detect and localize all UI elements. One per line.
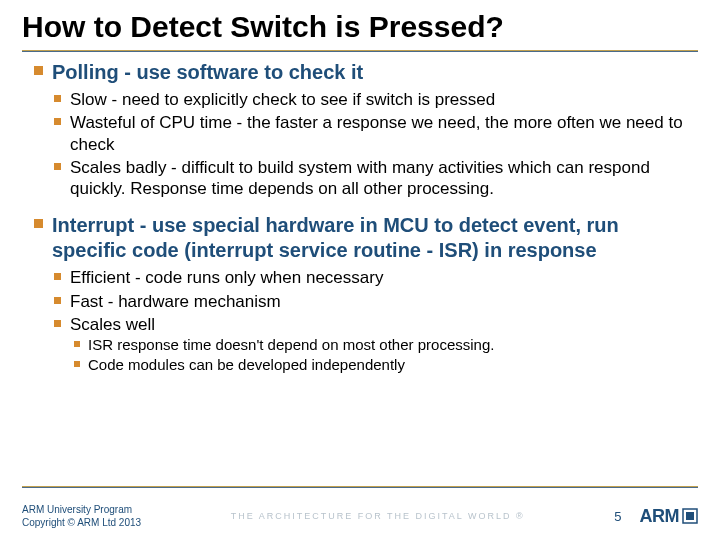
list-item-text: Wasteful of CPU time - the faster a resp… <box>70 112 690 155</box>
list-item: Code modules can be developed independen… <box>30 356 690 375</box>
footer: ARM University Program Copyright © ARM L… <box>0 492 720 540</box>
logo-text: ARM <box>640 506 680 527</box>
section-heading: Polling - use software to check it <box>52 60 690 85</box>
arm-logo: ARM <box>640 506 699 527</box>
list-item-text: Scales well <box>70 314 690 335</box>
bullet-icon <box>54 273 61 280</box>
footer-divider <box>22 486 698 488</box>
footer-left: ARM University Program Copyright © ARM L… <box>22 503 141 529</box>
section-heading: Interrupt - use special hardware in MCU … <box>52 213 690 263</box>
list-item-text: Fast - hardware mechanism <box>70 291 690 312</box>
bullet-icon <box>54 320 61 327</box>
list-item: Scales badly - difficult to build system… <box>30 157 690 200</box>
spacer <box>30 199 690 213</box>
list-item: Slow - need to explicitly check to see i… <box>30 89 690 110</box>
logo-mark-icon <box>682 508 698 524</box>
list-item-text: Slow - need to explicitly check to see i… <box>70 89 690 110</box>
program-name: ARM University Program <box>22 503 141 516</box>
page-number: 5 <box>614 509 621 524</box>
bullet-icon <box>34 219 43 228</box>
list-item: Efficient - code runs only when necessar… <box>30 267 690 288</box>
list-item: Scales well <box>30 314 690 335</box>
list-item-text: Scales badly - difficult to build system… <box>70 157 690 200</box>
bullet-icon <box>54 163 61 170</box>
copyright: Copyright © ARM Ltd 2013 <box>22 516 141 529</box>
section-polling: Polling - use software to check it <box>30 60 690 85</box>
bullet-icon <box>74 341 80 347</box>
svg-rect-1 <box>686 512 694 520</box>
bullet-icon <box>34 66 43 75</box>
title-divider <box>22 50 698 52</box>
bullet-icon <box>74 361 80 367</box>
page-title: How to Detect Switch is Pressed? <box>0 0 720 50</box>
section-interrupt: Interrupt - use special hardware in MCU … <box>30 213 690 263</box>
list-item: Fast - hardware mechanism <box>30 291 690 312</box>
list-item: ISR response time doesn't depend on most… <box>30 336 690 355</box>
bullet-icon <box>54 118 61 125</box>
list-item-text: Code modules can be developed independen… <box>88 356 690 375</box>
list-item-text: ISR response time doesn't depend on most… <box>88 336 690 355</box>
footer-tagline: THE ARCHITECTURE FOR THE DIGITAL WORLD ® <box>141 511 614 521</box>
list-item: Wasteful of CPU time - the faster a resp… <box>30 112 690 155</box>
bullet-icon <box>54 95 61 102</box>
bullet-icon <box>54 297 61 304</box>
list-item-text: Efficient - code runs only when necessar… <box>70 267 690 288</box>
slide: How to Detect Switch is Pressed? Polling… <box>0 0 720 540</box>
content-area: Polling - use software to check it Slow … <box>0 60 720 375</box>
